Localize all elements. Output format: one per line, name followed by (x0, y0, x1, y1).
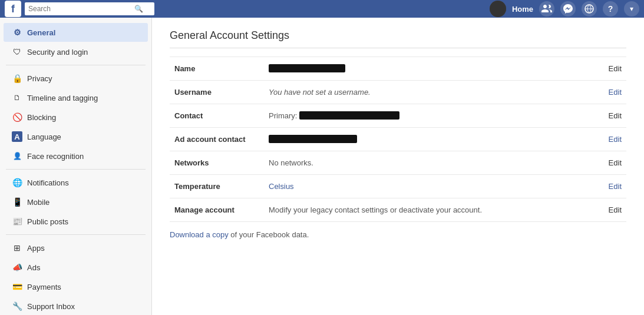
sidebar-divider-2 (6, 169, 146, 170)
sidebar-item-payments[interactable]: 💳 Payments (4, 277, 148, 296)
public-posts-icon: 📰 (12, 216, 22, 227)
download-suffix: of your Facebook data. (229, 230, 309, 239)
search-input[interactable] (28, 5, 134, 13)
block-icon: 🚫 (12, 112, 22, 122)
sidebar-item-blocking[interactable]: 🚫 Blocking (4, 108, 148, 127)
edit-cell: Edit (591, 175, 626, 198)
edit-ad-contact-link[interactable]: Edit (609, 135, 622, 144)
search-icon: 🔍 (134, 5, 143, 13)
edit-cell: Edit (591, 151, 626, 175)
friends-icon[interactable] (539, 1, 554, 16)
sidebar-item-support-inbox[interactable]: 🔧 Support Inbox (4, 297, 148, 315)
row-label: Ad account contact (170, 128, 264, 151)
notifications-globe-icon: 🌐 (12, 177, 22, 188)
svg-rect-0 (490, 1, 506, 17)
sidebar-item-label: Notifications (27, 178, 69, 187)
face-icon: 👤 (12, 151, 22, 161)
page-title: General Account Settings (170, 29, 626, 48)
row-value: Modify your legacy contact settings or d… (264, 198, 591, 222)
sidebar-item-mobile[interactable]: 📱 Mobile (4, 193, 148, 211)
row-label: Username (170, 81, 264, 104)
row-label: Manage account (170, 198, 264, 222)
sidebar-item-label: Security and login (27, 48, 88, 57)
dropdown-icon[interactable]: ▾ (624, 1, 639, 16)
payments-icon: 💳 (12, 281, 22, 292)
sidebar-item-label: Privacy (27, 74, 52, 83)
table-row: Temperature Celsius Edit (170, 175, 626, 198)
row-value (264, 57, 591, 81)
edit-contact-link[interactable]: Edit (609, 111, 622, 120)
sidebar-item-ads[interactable]: 📣 Ads (4, 258, 148, 277)
row-label: Name (170, 57, 264, 81)
sidebar-item-label: General (27, 28, 55, 37)
edit-name-link[interactable]: Edit (609, 64, 622, 73)
sidebar-item-label: Timeline and tagging (27, 94, 98, 102)
timeline-icon: 🗋 (12, 92, 22, 103)
sidebar-item-label: Language (27, 132, 61, 141)
table-row: Name Edit (170, 57, 626, 81)
contact-prefix: Primary: (269, 111, 297, 120)
sidebar-item-language[interactable]: A Language (4, 127, 148, 146)
avatar (490, 1, 506, 17)
ads-icon: 📣 (12, 262, 22, 273)
sidebar-item-apps[interactable]: ⊞ Apps (4, 238, 148, 257)
row-label: Contact (170, 104, 264, 128)
download-copy-link[interactable]: Download a copy (170, 230, 229, 239)
table-row: Contact Primary: Edit (170, 104, 626, 128)
help-icon[interactable]: ? (603, 1, 618, 16)
sidebar-divider-3 (6, 234, 146, 235)
table-row: Username You have not set a username. Ed… (170, 81, 626, 104)
table-row: Manage account Modify your legacy contac… (170, 198, 626, 222)
sidebar-item-timeline[interactable]: 🗋 Timeline and tagging (4, 88, 148, 107)
settings-table: Name Edit Username You have not set a us… (170, 57, 626, 222)
row-value (264, 128, 591, 151)
shield-icon: 🛡 (12, 47, 22, 57)
language-icon: A (12, 131, 22, 142)
support-icon: 🔧 (12, 301, 22, 311)
download-section: Download a copy of your Facebook data. (170, 230, 626, 239)
sidebar-item-security[interactable]: 🛡 Security and login (4, 42, 148, 61)
sidebar-item-label: Payments (27, 283, 61, 291)
mobile-icon: 📱 (12, 197, 22, 207)
row-value: Celsius (264, 175, 591, 198)
page-wrapper: ⚙ General 🛡 Security and login 🔒 Privacy… (0, 18, 644, 315)
sidebar-item-label: Ads (27, 263, 40, 272)
home-link[interactable]: Home (512, 5, 533, 14)
row-label: Networks (170, 151, 264, 175)
main-content: General Account Settings Name Edit (152, 18, 644, 315)
sidebar-item-public-posts[interactable]: 📰 Public posts (4, 212, 148, 231)
edit-username-link[interactable]: Edit (609, 88, 622, 97)
sidebar-item-label: Apps (27, 244, 45, 253)
sidebar-item-notifications[interactable]: 🌐 Notifications (4, 173, 148, 192)
edit-cell: Edit (591, 198, 626, 222)
sidebar-item-label: Support Inbox (27, 302, 75, 311)
sidebar-item-general[interactable]: ⚙ General (4, 23, 148, 42)
sidebar-item-label: Face recognition (27, 152, 84, 161)
topnav: f 🔍 Home ? ▾ (0, 0, 644, 18)
edit-cell: Edit (591, 104, 626, 128)
lock-icon: 🔒 (12, 73, 22, 84)
celsius-link[interactable]: Celsius (269, 182, 294, 191)
sidebar-item-label: Public posts (27, 217, 68, 226)
sidebar-item-face[interactable]: 👤 Face recognition (4, 147, 148, 165)
edit-manage-link[interactable]: Edit (609, 205, 622, 214)
redacted-ad (269, 135, 357, 143)
row-value: You have not set a username. (264, 81, 591, 104)
sidebar-item-label: Mobile (27, 198, 49, 207)
redacted-contact (299, 111, 399, 120)
search-bar[interactable]: 🔍 (25, 2, 154, 15)
edit-cell: Edit (591, 57, 626, 81)
messenger-icon[interactable] (560, 1, 576, 16)
row-label: Temperature (170, 175, 264, 198)
globe-icon[interactable] (582, 1, 597, 16)
edit-temperature-link[interactable]: Edit (609, 182, 622, 191)
edit-cell: Edit (591, 81, 626, 104)
sidebar: ⚙ General 🛡 Security and login 🔒 Privacy… (0, 18, 152, 315)
table-row: Ad account contact Edit (170, 128, 626, 151)
facebook-logo: f (5, 1, 21, 17)
sidebar-item-privacy[interactable]: 🔒 Privacy (4, 69, 148, 88)
row-value: No networks. (264, 151, 591, 175)
edit-networks-link[interactable]: Edit (609, 158, 622, 167)
apps-icon: ⊞ (12, 243, 22, 253)
row-value: Primary: (264, 104, 591, 128)
